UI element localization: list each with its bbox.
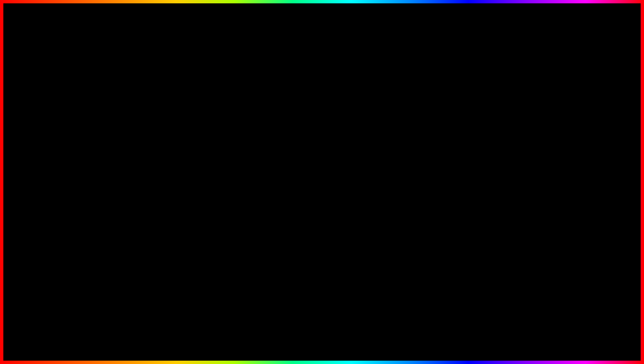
right-auto-farm-checkbox[interactable] (407, 175, 413, 181)
invisible-label: Invisible (71, 199, 87, 204)
auto-farm-checkbox[interactable] (213, 103, 219, 109)
include-boss-quest-checkbox[interactable] (213, 138, 219, 144)
quest-bandit-boss-label: Quest - Bandit Boss:Lv.25 (71, 115, 121, 120)
auto-quest-label: Auto Quest (76, 127, 97, 132)
invisible-checkbox[interactable] (213, 198, 219, 204)
search-icon[interactable]: 🔍 (206, 90, 213, 97)
go-to-mobs-checkbox[interactable] (407, 163, 413, 169)
invisible-item: Invisible (66, 195, 225, 207)
right-auto-farm-label: Auto Farm (271, 176, 292, 181)
hamburger-icon[interactable] (70, 92, 76, 96)
logo-newworld-text: New World (548, 314, 605, 319)
go-to-mobs-label: Go To Mobs When Using Inf Range (271, 164, 334, 168)
include-boss-quest-label: Include Boss Quest For Full Auto Farm (76, 139, 145, 144)
distance-value: 5 (403, 151, 413, 156)
tween-speed-row: Tween Speed 70 (266, 140, 418, 149)
quest-bandit-boss-arrow: ∧ (216, 116, 219, 120)
logo-title-bar: PROJECT New World (547, 310, 606, 320)
mobs-label: Mobs - (271, 110, 285, 115)
work-mobile-badge: WORK MOBILE · · · (373, 61, 459, 112)
auto-farm-item: Auto Farm (66, 100, 225, 112)
right-auto-farm-item: Auto Farm (266, 172, 418, 184)
panel-left-title: Project New World (78, 91, 196, 96)
full-auto-farm-item: Full Auto Farm (66, 147, 225, 159)
full-auto-farm-checkbox[interactable] (213, 150, 219, 156)
auto-buso-label: Auto Buso (71, 175, 91, 180)
auto-buso-checkbox[interactable] (213, 174, 219, 180)
distance-fill (292, 153, 303, 155)
divider (266, 159, 418, 159)
tween-speed-value: 70 (403, 142, 413, 147)
include-boss-quest-item: Include Boss Quest For Full Auto Farm (66, 135, 225, 147)
method-behind-label: Method - Behind (271, 132, 303, 137)
method-behind-item[interactable]: Method - Behind ∧ (266, 129, 418, 140)
game-logo-thumbnail: PROJECT New World (546, 270, 607, 324)
tween-speed-fill (302, 144, 370, 146)
auto-farm-label: Auto Farm (71, 104, 91, 109)
weapon-combat-item[interactable]: Weapon - Combat ∧ (266, 118, 418, 129)
badge-dots-decoration: · · · (440, 64, 451, 71)
safe-place-label: Safe Place (71, 187, 92, 192)
method-behind-arrow: ∧ (410, 133, 413, 137)
distance-row: Distance 5 (266, 149, 418, 158)
panel-right-hamburger-icon[interactable] (271, 91, 276, 95)
dots-menu-icon[interactable]: ⋮ (198, 90, 204, 97)
tween-speed-track[interactable] (302, 144, 399, 146)
panel-left-header: Project New World ⋮ 🔍 ✕ (66, 87, 225, 100)
weapon-combat-arrow: ∧ (410, 122, 413, 126)
auto-quest-checkbox[interactable] (213, 126, 219, 132)
logo-char-silhouette (565, 275, 588, 302)
auto-komis-checkbox[interactable] (213, 162, 219, 168)
distance-label: Distance (271, 151, 288, 156)
panel-left: Project New World ⋮ 🔍 ✕ Auto Farm Quest … (65, 86, 225, 211)
auto-farm-bottom-text: AUTO FARM (45, 312, 263, 353)
auto-komis-item: Auto Komis (66, 159, 225, 171)
full-auto-farm-label: Full Auto Farm (76, 151, 104, 156)
weapon-combat-label: Weapon - Combat (271, 121, 306, 126)
game-logo-inner: PROJECT New World (547, 271, 606, 320)
auto-buso-item: Auto Buso (66, 171, 225, 183)
auto-quest-item: Auto Quest (66, 123, 225, 135)
go-to-mobs-item: Go To Mobs When Using Inf Range (266, 160, 418, 172)
safe-place-item: Safe Place (66, 183, 225, 195)
auto-komis-label: Auto Komis (71, 163, 93, 168)
mobs-arrow: ∧ (410, 111, 413, 115)
tween-speed-label: Tween Speed (271, 142, 298, 147)
quest-bandit-boss-item[interactable]: Quest - Bandit Boss:Lv.25 ∧ (66, 112, 225, 123)
distance-track[interactable] (292, 153, 399, 155)
safe-place-checkbox[interactable] (213, 186, 219, 192)
main-title: PROJECT NEW WORLD (0, 7, 644, 50)
close-icon[interactable]: ✕ (216, 90, 220, 97)
logo-project-text: PROJECT (548, 311, 605, 314)
